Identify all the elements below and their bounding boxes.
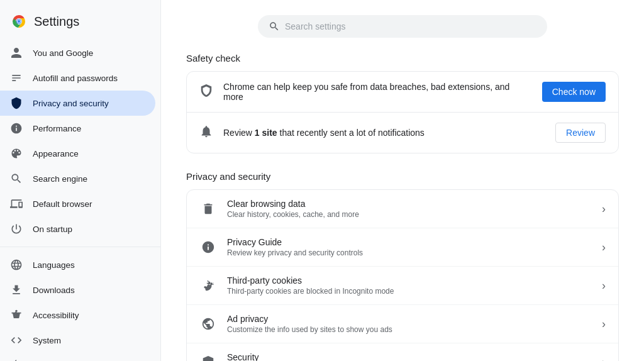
safety-review-bold: 1 site — [255, 128, 277, 138]
privacy-guide-subtitle: Review key privacy and security controls — [227, 248, 363, 257]
search-bar-wrap — [186, 15, 619, 38]
clear-browsing-data-item[interactable]: Clear browsing data Clear history, cooki… — [187, 190, 618, 228]
review-button[interactable]: Review — [555, 123, 606, 143]
system-icon — [10, 334, 23, 347]
sidebar-item-accessibility[interactable]: Accessibility — [0, 303, 155, 328]
cookie-icon — [199, 277, 217, 294]
privacy-guide-icon — [199, 238, 217, 256]
sidebar-label-performance: Performance — [33, 124, 81, 133]
safety-row-check-left: Chrome can help keep you safe from data … — [199, 82, 532, 102]
sidebar-label-search-engine: Search engine — [33, 174, 87, 184]
sidebar-label-system: System — [33, 336, 61, 345]
sidebar-item-privacy[interactable]: Privacy and security — [0, 91, 155, 116]
safety-row-check: Chrome can help keep you safe from data … — [187, 72, 618, 112]
sidebar-label-downloads: Downloads — [33, 286, 75, 295]
third-party-cookies-title: Third-party cookies — [227, 275, 394, 286]
search-icon — [269, 21, 280, 32]
ad-privacy-icon — [199, 315, 217, 333]
safety-review-text: Review 1 site that recently sent a lot o… — [223, 128, 425, 138]
chevron-right-icon-3: › — [602, 279, 606, 292]
safety-row-review-left: Review 1 site that recently sent a lot o… — [199, 125, 425, 142]
main-content: Safety check Chrome can help keep you sa… — [161, 0, 644, 361]
person-icon — [10, 47, 23, 59]
privacy-guide-item[interactable]: Privacy Guide Review key privacy and sec… — [187, 228, 618, 266]
appearance-icon — [10, 147, 23, 160]
clear-browsing-data-left: Clear browsing data Clear history, cooki… — [199, 199, 359, 219]
safety-check-heading: Safety check — [186, 53, 619, 64]
third-party-cookies-text: Third-party cookies Third-party cookies … — [227, 275, 394, 296]
clear-browsing-data-title: Clear browsing data — [227, 199, 359, 209]
autofill-icon — [10, 72, 23, 84]
sidebar-item-search-engine[interactable]: Search engine — [0, 166, 155, 191]
chrome-logo-icon — [10, 13, 28, 30]
search-input[interactable] — [285, 21, 536, 31]
sidebar-item-downloads[interactable]: Downloads — [0, 277, 155, 303]
chevron-right-icon-4: › — [602, 318, 606, 331]
safety-shield-icon — [199, 84, 213, 101]
privacy-guide-left: Privacy Guide Review key privacy and sec… — [199, 237, 363, 257]
sidebar-label-on-startup: On startup — [33, 225, 72, 234]
ad-privacy-left: Ad privacy Customize the info used by si… — [199, 314, 392, 334]
trash-icon — [199, 200, 217, 218]
svg-point-3 — [18, 20, 20, 23]
privacy-section-heading: Privacy and security — [186, 171, 619, 182]
chevron-right-icon-5: › — [602, 356, 606, 362]
power-icon — [10, 223, 23, 235]
sidebar-label-accessibility: Accessibility — [33, 311, 79, 320]
sidebar-item-languages[interactable]: Languages — [0, 252, 155, 277]
sidebar-item-performance[interactable]: Performance — [0, 116, 155, 141]
chevron-right-icon-2: › — [602, 241, 606, 254]
ad-privacy-subtitle: Customize the info used by sites to show… — [227, 325, 392, 334]
sidebar-item-autofill[interactable]: Autofill and passwords — [0, 65, 155, 91]
security-left: Security Safe Browsing (protection from … — [199, 352, 479, 361]
sidebar-header: Settings — [0, 5, 160, 40]
safety-row-review: Review 1 site that recently sent a lot o… — [187, 112, 618, 153]
browser-icon — [10, 197, 23, 210]
bell-icon — [199, 125, 213, 142]
sidebar-label-appearance: Appearance — [33, 149, 79, 158]
check-now-button[interactable]: Check now — [542, 82, 606, 102]
safety-check-card: Chrome can help keep you safe from data … — [186, 71, 619, 153]
security-text: Security Safe Browsing (protection from … — [227, 352, 479, 361]
third-party-cookies-subtitle: Third-party cookies are blocked in Incog… — [227, 287, 394, 296]
privacy-guide-title: Privacy Guide — [227, 237, 363, 247]
security-item[interactable]: Security Safe Browsing (protection from … — [187, 343, 618, 361]
sidebar-item-system[interactable]: System — [0, 328, 155, 353]
clear-browsing-data-subtitle: Clear history, cookies, cache, and more — [227, 210, 359, 219]
sidebar-item-appearance[interactable]: Appearance — [0, 141, 155, 166]
download-icon — [10, 284, 23, 296]
sidebar-item-default-browser[interactable]: Default browser — [0, 191, 155, 216]
ad-privacy-text: Ad privacy Customize the info used by si… — [227, 314, 392, 334]
clear-browsing-data-text: Clear browsing data Clear history, cooki… — [227, 199, 359, 219]
chevron-right-icon: › — [602, 203, 606, 216]
sidebar-item-reset[interactable]: Reset settings — [0, 353, 155, 361]
safety-check-text: Chrome can help keep you safe from data … — [223, 82, 532, 102]
sidebar: Settings You and Google Autofill and pas… — [0, 0, 161, 361]
sidebar-label-privacy: Privacy and security — [33, 99, 109, 108]
speed-icon — [10, 122, 23, 135]
search-engine-icon — [10, 172, 23, 185]
sidebar-item-you-and-google[interactable]: You and Google — [0, 40, 155, 65]
sidebar-label-you-and-google: You and Google — [33, 48, 93, 58]
sidebar-label-autofill: Autofill and passwords — [33, 74, 118, 83]
ad-privacy-title: Ad privacy — [227, 314, 392, 324]
security-title: Security — [227, 352, 479, 361]
third-party-cookies-left: Third-party cookies Third-party cookies … — [199, 275, 394, 296]
shield-icon — [10, 97, 23, 109]
ad-privacy-item[interactable]: Ad privacy Customize the info used by si… — [187, 304, 618, 343]
sidebar-divider-1 — [0, 247, 160, 247]
sidebar-title: Settings — [34, 14, 79, 29]
accessibility-icon — [10, 309, 23, 321]
privacy-settings-card: Clear browsing data Clear history, cooki… — [186, 189, 619, 361]
globe-icon — [10, 258, 23, 271]
third-party-cookies-item[interactable]: Third-party cookies Third-party cookies … — [187, 266, 618, 304]
security-icon — [199, 353, 217, 361]
sidebar-item-on-startup[interactable]: On startup — [0, 216, 155, 242]
privacy-guide-text: Privacy Guide Review key privacy and sec… — [227, 237, 363, 257]
sidebar-label-languages: Languages — [33, 260, 75, 270]
sidebar-label-default-browser: Default browser — [33, 199, 92, 209]
search-bar-container — [258, 15, 547, 38]
